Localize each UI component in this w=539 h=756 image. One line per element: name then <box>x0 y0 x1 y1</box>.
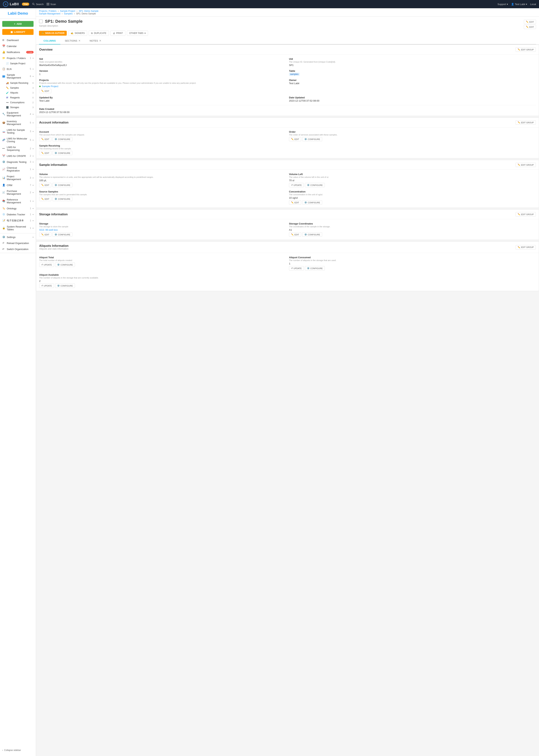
account-edit-group-button[interactable]: ✏️ EDIT GROUP <box>515 120 536 125</box>
projects-edit-button[interactable]: ✏️ EDIT <box>39 89 51 93</box>
add-button[interactable]: + ADD <box>2 21 34 27</box>
sign-as-author-button[interactable]: ✍ SIGN AS AUTHOR <box>39 31 67 36</box>
concentration-configure-button[interactable]: ⚙️ CONFIGURE <box>302 200 322 205</box>
sidebar-item-sample-management[interactable]: 👥 Sample Management 6 ▾ <box>0 72 36 81</box>
sidebar-item-purchase[interactable]: 🛒 Purchase Management 2 ▾ <box>0 188 36 197</box>
storage-coordinates-configure-button[interactable]: ⚙️ CONFIGURE <box>302 232 322 237</box>
sidebar-item-projects-folders[interactable]: 📁 Projects / Folders 1 ▾ <box>0 55 36 61</box>
sidebar-item-reload[interactable]: ↺ Reload Organization <box>0 240 36 246</box>
sidebar-item-notifications[interactable]: 🔔 Notifications 4 new <box>0 49 36 55</box>
search-button[interactable]: Search <box>32 3 44 6</box>
sidebar-item-reference[interactable]: 📚 Reference Management 1 ▾ <box>0 197 36 205</box>
sidebar-item-diagnostic[interactable]: ⚙️ Diagnostic Testing 3 ▾ <box>0 159 36 165</box>
logo-text: LaBII <box>10 2 19 6</box>
tab-notes[interactable]: NOTES ✕ <box>85 37 106 44</box>
breadcrumb-sample-management[interactable]: Sample Management <box>39 12 60 15</box>
storage-configure-button[interactable]: ⚙️ CONFIGURE <box>52 232 72 237</box>
field-volume-value: 100 μL <box>39 179 286 182</box>
breadcrumb-samples[interactable]: Samples <box>64 12 73 15</box>
storage-edit-group-button[interactable]: ✏️ EDIT GROUP <box>515 212 536 216</box>
record-edit-button-1[interactable]: ✏️ EDIT <box>524 20 536 24</box>
other-tabs-button[interactable]: OTHER TABS ▾ <box>127 31 148 36</box>
aliquot-available-configure-button[interactable]: ⚙️ CONFIGURE <box>55 283 75 288</box>
tab-sections-close[interactable]: ✕ <box>78 39 81 42</box>
sample-receiving-configure-button[interactable]: ⚙️ CONFIGURE <box>52 151 72 155</box>
sidebar-item-lims-testing[interactable]: 🧫 LIMS for Sample Testing 3 ▾ <box>0 127 36 136</box>
sidebar-item-calendar[interactable]: 📅 Calendar <box>0 43 36 49</box>
field-source-samples: Source Samples The samples that are used… <box>39 190 286 205</box>
sidebar-item-storages[interactable]: 🗄️ Storages 3 <box>0 105 36 110</box>
sample-info-edit-group-button[interactable]: ✏️ EDIT GROUP <box>515 163 536 167</box>
breadcrumb-demo-sample[interactable]: SP1: Demo Sample <box>79 10 98 12</box>
aliquot-available-update-button[interactable]: ↺ UPDATE <box>39 283 54 288</box>
sidebar-item-e-notebook[interactable]: 📝 电子实验记录本 1 ▾ <box>0 217 36 224</box>
sidebar-item-settings[interactable]: ⚙️ Settings ▾ <box>0 234 36 240</box>
sidebar-item-lims-sequencing[interactable]: ••• LIMS for Sequencing 2 ▾ <box>0 144 36 153</box>
sidebar-item-project-management[interactable]: 📊 Project Management 3 ▾ <box>0 174 36 182</box>
collapse-sidebar-button[interactable]: ‹ Collapse sidebar <box>0 747 36 753</box>
sidebar-item-consumptions[interactable]: 〰️ Consumptions 2 <box>0 100 36 105</box>
sidebar-item-reagents[interactable]: ⚗️ Reagents 0 <box>0 95 36 100</box>
aliquot-total-configure-button[interactable]: ⚙️ CONFIGURE <box>55 263 75 267</box>
source-samples-edit-button[interactable]: ✏️ EDIT <box>39 197 51 201</box>
signers-button[interactable]: ✍ SIGNERS <box>68 31 87 36</box>
scan-button[interactable]: Scan <box>47 3 56 6</box>
sidebar-item-dashboard[interactable]: ⊞ Dashboard <box>0 37 36 43</box>
volume-left-update-button[interactable]: ↺ UPDATE <box>289 183 304 187</box>
sidebar-item-sample-project[interactable]: 📄 Sample Project <box>0 61 36 66</box>
tab-notes-close[interactable]: ✕ <box>99 39 101 42</box>
gear-icon4: ⚙️ <box>54 152 57 154</box>
user-menu-button[interactable]: 👤 Test Labii ▾ <box>511 3 527 6</box>
order-configure-button[interactable]: ⚙️ CONFIGURE <box>302 137 322 141</box>
sidebar-item-sample-receiving[interactable]: 🚚 Sample Receiving 0 <box>0 81 36 86</box>
sidebar-item-crm[interactable]: 👤 CRM 7 ▾ <box>0 182 36 188</box>
sign-icon: ✍ <box>41 32 44 35</box>
sidebar-item-equipment[interactable]: 🔧 Equipment Management 4 ▾ <box>0 110 36 118</box>
gpt-button[interactable]: ▦ LABIIGPT <box>2 29 34 35</box>
sidebar-item-lims-cloning[interactable]: 🧬 LIMS for Molecular Cloning 5 ▾ <box>0 136 36 144</box>
account-edit-button[interactable]: ✏️ EDIT <box>39 137 51 141</box>
aliquots-edit-group-button[interactable]: ✏️ EDIT GROUP <box>515 245 536 250</box>
volume-edit-button[interactable]: ✏️ EDIT <box>39 183 51 187</box>
sidebar-item-samples[interactable]: ✏️ Samples 3 <box>0 86 36 90</box>
aliquot-total-update-button[interactable]: ↺ UPDATE <box>39 263 54 267</box>
sample-receiving-edit-button[interactable]: ✏️ EDIT <box>39 151 51 155</box>
order-edit-button[interactable]: ✏️ EDIT <box>289 137 301 141</box>
concentration-edit-button[interactable]: ✏️ EDIT <box>289 200 301 205</box>
volume-left-configure-button[interactable]: ⚙️ CONFIGURE <box>305 183 325 187</box>
storage-edit-button[interactable]: ✏️ EDIT <box>39 232 51 237</box>
sidebar-item-eln[interactable]: 📋 ELN 5 ▾ <box>0 66 36 72</box>
field-storage-value[interactable]: SG3: 96-well box <box>39 228 58 231</box>
print-button[interactable]: 🖨 PRINT <box>111 31 125 36</box>
local-button[interactable]: Local <box>530 3 536 6</box>
sidebar-item-switch-org[interactable]: ⇄ Switch Organization <box>0 246 36 252</box>
sidebar-item-lims-crispr[interactable]: ✂️ LIMS for CRISPR 2 ▾ <box>0 153 36 159</box>
duplicate-button[interactable]: ⧉ DUPLICATE <box>89 31 109 36</box>
navbar-logo[interactable]: ⊙ LaBII <box>3 2 19 7</box>
sidebar-item-chemical[interactable]: 📈 Chemical Registration 1 ▾ <box>0 165 36 174</box>
sidebar-label: Chemical Registration <box>7 166 28 172</box>
sidebar-item-diabetes[interactable]: ❄️ Diabetes Tracker 1 ▾ <box>0 211 36 217</box>
tab-sections[interactable]: SECTIONS ✕ <box>60 37 85 44</box>
sidebar-count: 3 <box>30 177 31 179</box>
sidebar-item-ontology[interactable]: 🏷️ Ontology 1 ▾ <box>0 205 36 211</box>
aliquot-consumed-configure-button[interactable]: ⚙️ CONFIGURE <box>305 266 325 270</box>
breadcrumb-sample-project[interactable]: Sample Project <box>60 10 75 12</box>
storage-coordinates-edit-button[interactable]: ✏️ EDIT <box>289 232 301 237</box>
tab-columns[interactable]: COLUMNS <box>39 37 60 44</box>
sidebar-item-system-reserved[interactable]: 🔒 System Reserved Tables 1 ▾ <box>0 224 36 232</box>
breadcrumb-projects-folders[interactable]: Projects / Folders <box>39 10 56 12</box>
sidebar-sub-label: Aliquots <box>10 92 18 94</box>
source-samples-configure-button[interactable]: ⚙️ CONFIGURE <box>52 197 72 201</box>
sidebar-item-inventory[interactable]: 📦 Inventory Management 5 ▾ <box>0 118 36 127</box>
aliquot-consumed-update-button[interactable]: ↺ UPDATE <box>289 266 304 270</box>
chevron-down-icon: ▾ <box>33 168 34 170</box>
overview-edit-group-button[interactable]: ✏️ EDIT GROUP <box>515 47 536 52</box>
account-configure-button[interactable]: ⚙️ CONFIGURE <box>52 137 72 141</box>
tool-icon: 🔧 <box>2 113 5 115</box>
volume-configure-button[interactable]: ⚙️ CONFIGURE <box>52 183 72 187</box>
sidebar-item-aliquots[interactable]: 🧪 Aliquots 3 <box>0 90 36 95</box>
record-edit-button-2[interactable]: ✏️ EDIT <box>524 25 536 29</box>
support-button[interactable]: Support ▾ <box>498 3 508 6</box>
pencil-icon6: ✏️ <box>41 138 44 140</box>
